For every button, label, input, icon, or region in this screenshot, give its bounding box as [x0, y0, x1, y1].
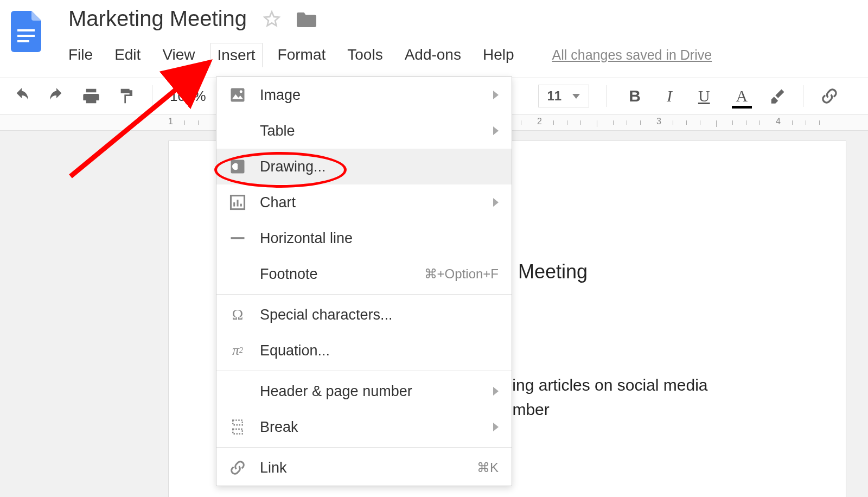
menu-item-footnote[interactable]: Footnote ⌘+Option+F — [216, 256, 512, 292]
menu-item-label: Image — [260, 87, 301, 104]
menu-format[interactable]: Format — [278, 43, 326, 67]
chevron-right-icon — [493, 91, 499, 99]
folder-icon[interactable] — [297, 11, 316, 27]
menu-item-table[interactable]: Table — [216, 113, 512, 149]
google-docs-icon[interactable] — [11, 11, 41, 52]
menu-item-label: Chart — [260, 194, 296, 211]
svg-rect-0 — [17, 29, 35, 31]
menu-item-label: Link — [260, 460, 287, 476]
redo-icon[interactable] — [48, 87, 65, 105]
menu-item-label: Drawing... — [260, 158, 326, 175]
toolbar-separator — [803, 85, 803, 107]
menu-item-label: Header & page number — [260, 383, 412, 400]
paint-format-icon[interactable] — [117, 87, 135, 105]
horizontal-line-icon — [228, 229, 247, 247]
menu-item-break[interactable]: Break — [216, 409, 512, 445]
menu-edit[interactable]: Edit — [114, 43, 141, 67]
header-icon — [228, 382, 247, 400]
star-icon[interactable] — [263, 10, 280, 28]
menu-help[interactable]: Help — [483, 43, 514, 67]
menu-divider — [216, 371, 512, 371]
menu-item-label: Horizontal line — [260, 230, 353, 247]
menu-divider — [216, 447, 512, 448]
svg-point-4 — [240, 90, 242, 93]
save-status: All changes saved in Drive — [552, 47, 712, 63]
zoom-level[interactable]: 100% — [170, 88, 206, 105]
menu-file[interactable]: File — [68, 43, 93, 67]
svg-rect-1 — [17, 35, 35, 37]
menu-item-chart[interactable]: Chart — [216, 184, 512, 220]
menu-item-label: Equation... — [260, 342, 330, 359]
menu-item-image[interactable]: Image — [216, 77, 512, 113]
image-icon — [228, 86, 247, 104]
insert-dropdown-menu: Image Table Drawing... Chart Horizontal … — [216, 77, 512, 486]
menu-item-label: Break — [260, 419, 298, 436]
menu-item-drawing[interactable]: Drawing... — [216, 149, 512, 184]
undo-icon[interactable] — [13, 87, 30, 105]
font-size-input[interactable]: 11 — [538, 85, 590, 107]
menu-item-label: Table — [260, 123, 295, 139]
underline-button[interactable]: U — [694, 87, 714, 105]
link-icon — [228, 458, 247, 477]
menu-item-special-chars[interactable]: Ω Special characters... — [216, 297, 512, 333]
menu-item-horizontal-line[interactable]: Horizontal line — [216, 220, 512, 256]
chevron-right-icon — [493, 423, 499, 431]
toolbar-separator — [152, 85, 152, 107]
toolbar-separator — [607, 85, 607, 107]
shortcut-label: ⌘+Option+F — [424, 266, 499, 282]
menu-view[interactable]: View — [162, 43, 195, 67]
shortcut-label: ⌘K — [477, 460, 499, 475]
document-title[interactable]: Marketing Meeting — [68, 7, 247, 31]
menu-item-equation[interactable]: π2 Equation... — [216, 333, 512, 368]
omega-icon: Ω — [228, 305, 247, 324]
print-icon[interactable] — [82, 87, 100, 105]
highlight-icon[interactable] — [769, 88, 786, 104]
menu-insert[interactable]: Insert — [210, 43, 263, 67]
drawing-icon — [228, 157, 247, 176]
table-icon — [228, 122, 247, 140]
chevron-right-icon — [493, 387, 499, 396]
page-break-icon — [228, 418, 247, 436]
text-color-button[interactable]: A — [732, 87, 752, 105]
footnote-icon — [228, 265, 247, 283]
chevron-right-icon — [493, 198, 499, 207]
menu-item-link[interactable]: Link ⌘K — [216, 450, 512, 486]
svg-rect-7 — [238, 163, 243, 170]
menu-tools[interactable]: Tools — [347, 43, 382, 67]
chevron-down-icon — [572, 94, 580, 99]
equation-icon: π2 — [228, 341, 247, 360]
menu-item-label: Special characters... — [260, 307, 393, 323]
svg-rect-2 — [17, 40, 29, 42]
menu-divider — [216, 294, 512, 295]
bold-button[interactable]: B — [624, 87, 645, 105]
menu-item-header-page-number[interactable]: Header & page number — [216, 373, 512, 409]
chart-icon — [228, 193, 247, 212]
menu-addons[interactable]: Add-ons — [405, 43, 461, 67]
menu-item-label: Footnote — [260, 266, 318, 283]
italic-button[interactable]: I — [662, 87, 676, 105]
svg-rect-3 — [231, 88, 245, 102]
font-size-value: 11 — [547, 88, 562, 104]
chevron-right-icon — [493, 126, 499, 135]
link-icon[interactable] — [821, 87, 838, 105]
